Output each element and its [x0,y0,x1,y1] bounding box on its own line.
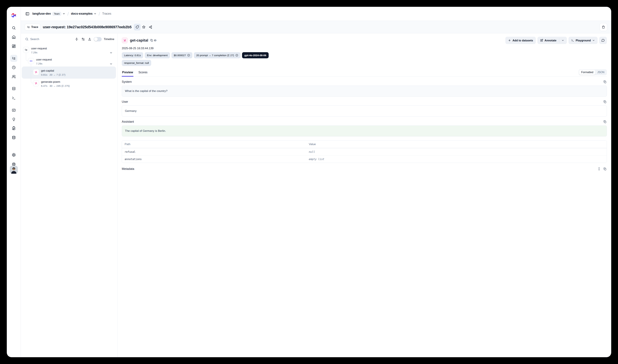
section-heading: Assistant [122,120,134,123]
gear-icon [12,153,16,157]
generation-pinwheel-icon [35,82,38,85]
tree-connector [31,64,33,83]
langfuse-logo[interactable] [11,13,17,18]
tokens-badge: 20 prompt → 7 completion (Σ 27) [194,52,241,58]
org-type-badge: Team [52,12,61,16]
avatar-image [10,166,18,174]
collapse-all-button[interactable] [74,37,79,41]
trace-header-row: Trace user-request: 19e27ac025d543b008e9… [21,21,309,33]
env-badge: Env: development [145,52,170,58]
trace-title: user-request: 19e27ac025d543b008e9086977… [43,25,132,29]
table-row: annotations empty list [122,156,309,163]
search-input[interactable] [30,38,73,41]
share-icon [149,26,152,29]
toggle-knob [94,37,98,41]
sidebar-item-prompts[interactable] [10,85,17,92]
copy-id-button[interactable]: ID [150,39,156,42]
download-button[interactable] [87,37,92,41]
star-button[interactable] [141,24,147,30]
user-message-box: Germany [122,105,309,117]
breadcrumb-page[interactable]: Traces [102,12,111,15]
response-format-badge: response_format: null [122,60,151,66]
breadcrumb-project[interactable]: docs-examples [71,12,92,15]
sidebar-item-traces[interactable] [10,55,17,62]
tree-node-duration: 7.29s [31,51,47,54]
tab-preview[interactable]: Preview [122,71,133,77]
table-cell-value: empty list [306,156,309,163]
lightbulb-icon [12,117,16,121]
generation-node-badge [33,80,39,86]
info-icon[interactable] [235,54,238,57]
observation-detail-panel: get-capital ID Add to datasets Annotate [117,33,309,182]
tree-row-get-capital[interactable]: get-capital 0.81s20 → 7 (Σ 27) [33,69,115,76]
tokens-badge-label: 20 prompt → 7 completion (Σ 27) [196,54,234,57]
table-header-path: Path [122,141,306,148]
sidebar-item-users[interactable] [10,73,17,80]
tag-button[interactable] [134,24,141,30]
home-icon [12,35,16,39]
share-button[interactable] [147,24,154,30]
tree-node-label: generate-poem [41,80,70,84]
badge-row: Latency: 0.81s Env: development $0.00002… [122,52,271,66]
tab-scores[interactable]: Scores [138,71,148,77]
generation-pinwheel-icon [35,71,38,74]
sidebar-item-playground[interactable] [10,95,17,102]
generation-pinwheel-icon [123,39,127,42]
timeline-toggle[interactable] [94,37,102,41]
app-window: langfuse-dev Team docs-examples Traces T… [7,7,309,182]
sliders-icon [81,37,85,41]
breadcrumb-separator [67,12,69,16]
info-icon[interactable] [187,54,190,57]
trace-chip-label: Trace [31,26,38,29]
sidebar-item-datasets[interactable] [10,134,17,141]
main-column: langfuse-dev Team docs-examples Traces T… [21,7,309,182]
sidebar-item-sessions[interactable] [10,64,17,71]
copy-icon [150,39,153,42]
trace-tree-panel: Timeline user-request 7.29s [21,33,117,182]
sidebar-item-home[interactable] [10,34,17,40]
langfuse-logo-icon [11,13,17,18]
tree-node-label: user-request [36,58,52,61]
tree-node-label: get-capital [41,69,65,72]
search-icon [25,37,29,41]
cost-badge-label: $0.000027 [174,54,186,57]
span-node-badge [28,58,34,64]
tree-connector [26,53,28,61]
sidebar-item-search[interactable] [10,25,17,31]
tree-node-duration: 7.29s [36,62,52,65]
sidebar-item-insights[interactable] [10,116,17,123]
generation-badge [122,37,128,43]
table-cell-value: null [306,148,309,156]
sidebar-item-settings[interactable] [10,151,17,158]
sidebar-item-annotation[interactable] [10,125,17,132]
file-code-icon [12,87,16,91]
chevron-down-icon[interactable] [94,12,97,15]
chevron-down-icon[interactable] [109,51,113,54]
user-avatar[interactable] [10,166,18,174]
section-system: System What is the capital of the countr… [122,80,309,97]
tree-row-generate-poem[interactable]: generate-poem 6.47s30 → 245 (Σ 275) [33,80,115,87]
breadcrumb: langfuse-dev Team docs-examples Traces [21,7,309,21]
table-cell-path: annotations [122,156,306,163]
tree-row-user-request-root[interactable]: user-request 7.29s [23,47,115,54]
sidebar [7,7,21,182]
percent-box-icon [12,108,16,112]
sidebar-toggle-button[interactable] [25,11,30,16]
model-badge[interactable]: gpt-4o-2024-08-06 [242,52,269,58]
chevron-down-icon[interactable] [63,12,65,15]
clock-icon [12,65,16,69]
move-horizontal-icon [30,60,33,63]
chevron-down-icon[interactable] [109,62,113,65]
tag-icon [136,26,139,29]
section-metadata: Metadata [122,167,309,171]
tree-node-tokens: 20 → 7 (Σ 27) [50,73,65,76]
breadcrumb-org[interactable]: langfuse-dev [32,12,51,15]
tree-node-duration: 0.81s [41,73,47,76]
sidebar-item-dashboards[interactable] [10,43,17,50]
filter-settings-button[interactable] [81,37,86,41]
users-icon [12,75,16,79]
table-header-value: Value [306,141,309,148]
tree-node-label: user-request [31,47,47,50]
tree-row-user-request-span[interactable]: user-request 7.29s [28,58,115,65]
sidebar-item-evaluation[interactable] [10,107,17,114]
